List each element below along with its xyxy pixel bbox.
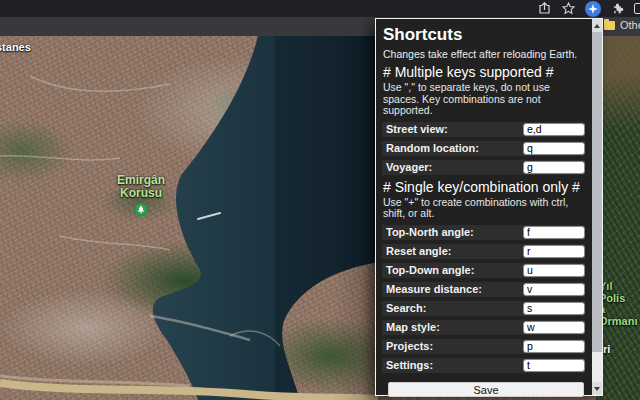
row-settings: Settings: (382, 358, 585, 373)
projects-input[interactable] (523, 340, 585, 353)
folder-icon (604, 21, 615, 30)
top-north-angle-label: Top-North angle: (386, 226, 474, 238)
row-voyager: Voyager: (382, 160, 585, 175)
down-triangle-icon (594, 387, 600, 391)
map-style-input[interactable] (523, 321, 585, 334)
single-key-description: Use "+" to create combinations with ctrl… (383, 197, 585, 220)
browser-tabstrip (0, 0, 640, 17)
street-view-label: Street view: (386, 123, 448, 135)
other-bookmarks-folder[interactable]: Other (604, 19, 640, 31)
row-random-location: Random location: (382, 141, 585, 156)
single-key-heading: # Single key/combination only # (383, 179, 585, 195)
map-label-emirgan-korusu: Emirgân Korusu (104, 174, 178, 199)
top-down-angle-label: Top-Down angle: (386, 264, 474, 276)
earth-shortcuts-extension-icon[interactable] (585, 1, 601, 17)
voyager-input[interactable] (523, 161, 585, 174)
search-label: Search: (386, 302, 426, 314)
park-label-line1: Emirgân (104, 174, 178, 187)
row-reset-angle: Reset angle: (382, 244, 585, 259)
popup-content: Shortcuts Changes take effect after relo… (382, 19, 585, 400)
reset-angle-input[interactable] (523, 245, 585, 258)
shortcuts-extension-popup: Shortcuts Changes take effect after relo… (375, 18, 603, 396)
reset-angle-label: Reset angle: (386, 245, 451, 257)
measure-distance-label: Measure distance: (386, 283, 482, 295)
forest-label-line2: a Ormanı (599, 304, 640, 327)
multiple-keys-description: Use "," to separate keys, do not use spa… (383, 82, 585, 117)
park-pin-icon[interactable] (134, 203, 148, 221)
map-label-partial-bottom-right: ri (603, 344, 610, 356)
scrollbar-thumb[interactable] (592, 32, 602, 352)
up-triangle-icon (594, 24, 600, 28)
row-search: Search: (382, 301, 585, 316)
voyager-label: Voyager: (386, 161, 432, 173)
browser-toolbar-icons (537, 0, 640, 17)
row-street-view: Street view: (382, 122, 585, 137)
settings-label: Settings: (386, 359, 433, 371)
row-projects: Projects: (382, 339, 585, 354)
map-label-forest: Yıl Polis a Ormanı (599, 281, 640, 327)
measure-distance-input[interactable] (523, 283, 585, 296)
scrollbar-up-arrow[interactable] (592, 19, 602, 32)
row-map-style: Map style: (382, 320, 585, 335)
forest-label-line1: Yıl Polis (599, 281, 640, 304)
row-top-north-angle: Top-North angle: (382, 225, 585, 240)
side-panel-icon[interactable] (634, 3, 640, 14)
random-location-label: Random location: (386, 142, 479, 154)
popup-title: Shortcuts (383, 25, 585, 45)
row-measure-distance: Measure distance: (382, 282, 585, 297)
bookmark-star-icon[interactable] (561, 1, 576, 16)
popup-scrollbar[interactable] (592, 19, 602, 395)
top-down-angle-input[interactable] (523, 264, 585, 277)
street-view-input[interactable] (523, 123, 585, 136)
other-bookmarks-label: Other (620, 19, 640, 31)
share-icon[interactable] (537, 1, 552, 16)
scrollbar-down-arrow[interactable] (592, 382, 602, 395)
save-button[interactable]: Save (388, 382, 584, 397)
browser-window: Other stanes Emirgân (0, 0, 640, 400)
random-location-input[interactable] (523, 142, 585, 155)
map-style-label: Map style: (386, 321, 440, 333)
popup-note: Changes take effect after reloading Eart… (383, 48, 585, 60)
multiple-keys-heading: # Multiple keys supported # (383, 64, 585, 80)
park-label-line2: Korusu (104, 187, 178, 200)
map-label-partial-left: stanes (0, 42, 31, 54)
settings-input[interactable] (523, 359, 585, 372)
row-top-down-angle: Top-Down angle: (382, 263, 585, 278)
top-north-angle-input[interactable] (523, 226, 585, 239)
search-input[interactable] (523, 302, 585, 315)
extensions-puzzle-icon[interactable] (610, 1, 625, 16)
projects-label: Projects: (386, 340, 433, 352)
